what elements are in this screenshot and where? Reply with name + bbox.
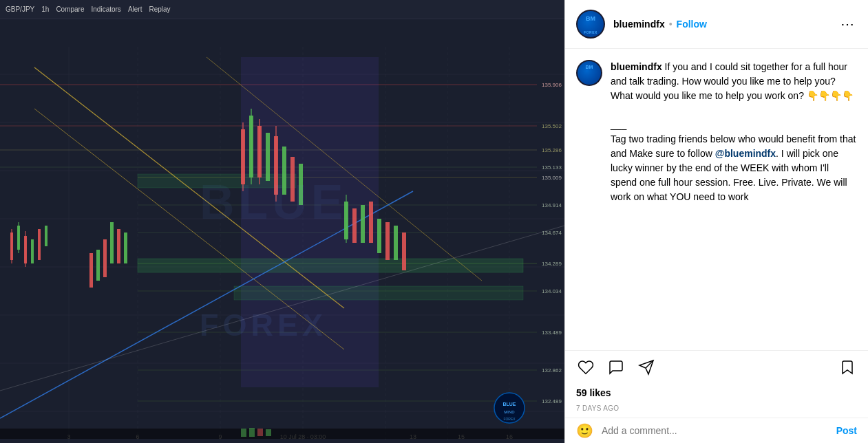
mention-link[interactable]: @bluemindfx [715, 148, 776, 159]
like-button[interactable] [576, 358, 595, 377]
svg-rect-56 [38, 229, 41, 260]
alert-btn[interactable]: Alert [128, 6, 142, 13]
svg-rect-62 [117, 229, 120, 263]
svg-text:BLUE: BLUE [502, 402, 516, 407]
replay-btn[interactable]: Replay [149, 6, 170, 13]
follow-button[interactable]: Follow [677, 19, 707, 30]
svg-text:134.289: 134.289 [542, 261, 562, 267]
header-info: bluemindfx • Follow [613, 19, 838, 30]
indicators-btn[interactable]: Indicators [92, 6, 121, 13]
chart-timeframe: 1h [41, 6, 49, 13]
svg-rect-61 [110, 222, 114, 263]
svg-rect-57 [45, 226, 47, 246]
likes-count: 59 likes [576, 387, 611, 398]
svg-rect-99 [241, 429, 246, 437]
svg-text:135.286: 135.286 [542, 147, 562, 153]
emoji-button[interactable]: 🙂 [576, 424, 593, 437]
svg-text:134.914: 134.914 [542, 202, 562, 208]
chart-pair: GBP/JPY [6, 6, 34, 13]
svg-rect-83 [394, 226, 398, 260]
comment-button[interactable] [606, 358, 626, 377]
likes-section: 59 likes [565, 384, 868, 402]
compare-btn[interactable]: Compare [56, 6, 84, 13]
svg-rect-60 [103, 239, 107, 277]
svg-rect-82 [385, 222, 390, 260]
svg-text:134.034: 134.034 [542, 288, 562, 294]
svg-text:FOREX: FOREX [503, 417, 516, 421]
timestamp: 7 days ago [565, 402, 868, 418]
header-dot: • [669, 19, 673, 30]
comment-avatar: BM [576, 60, 602, 86]
svg-rect-98 [0, 429, 564, 439]
svg-rect-81 [377, 219, 381, 253]
svg-rect-55 [31, 239, 34, 263]
svg-text:132.489: 132.489 [542, 398, 562, 404]
svg-rect-70 [266, 133, 270, 181]
svg-rect-42 [138, 259, 523, 272]
more-options-button[interactable]: ⋯ [838, 17, 857, 31]
svg-rect-84 [402, 233, 406, 270]
svg-rect-63 [124, 233, 127, 263]
svg-rect-79 [361, 205, 365, 243]
svg-rect-80 [369, 202, 373, 243]
svg-rect-100 [249, 428, 255, 437]
svg-text:133.489: 133.489 [542, 329, 562, 336]
divider-text: ___ [611, 119, 626, 130]
svg-text:134.674: 134.674 [542, 230, 562, 236]
add-comment-bar: 🙂 Post [565, 418, 868, 443]
post-comment-button[interactable]: Post [836, 425, 857, 436]
post-body: BM bluemindfx If you and I could sit tog… [565, 49, 868, 350]
chart-svg: 135.906 135.502 135.286 135.133 135.009 … [0, 19, 564, 443]
svg-text:FOREX: FOREX [200, 307, 327, 343]
header-username[interactable]: bluemindfx [613, 19, 665, 30]
svg-text:135.502: 135.502 [542, 123, 562, 129]
svg-rect-102 [266, 429, 271, 436]
svg-text:135.009: 135.009 [542, 175, 562, 181]
comment-text: bluemindfx If you and I could sit togeth… [611, 60, 857, 204]
avatar: BM [576, 10, 605, 39]
svg-text:132.862: 132.862 [542, 367, 562, 374]
svg-rect-58 [89, 253, 93, 288]
instagram-panel: BM bluemindfx • Follow ⋯ BM bluemindfx I… [564, 0, 868, 443]
share-button[interactable] [637, 358, 656, 377]
svg-text:135.906: 135.906 [542, 82, 562, 88]
svg-rect-101 [257, 429, 263, 436]
comment-input[interactable] [602, 425, 828, 436]
chart-toolbar: GBP/JPY 1h Compare Indicators Alert Repl… [0, 0, 564, 19]
chart-area: GBP/JPY 1h Compare Indicators Alert Repl… [0, 0, 564, 443]
action-bar [565, 350, 868, 384]
svg-text:135.133: 135.133 [542, 164, 562, 171]
post-header: BM bluemindfx • Follow ⋯ [565, 0, 868, 49]
comment-username[interactable]: bluemindfx [611, 61, 662, 72]
svg-text:MIND: MIND [504, 410, 515, 414]
svg-rect-59 [96, 250, 100, 281]
main-comment: BM bluemindfx If you and I could sit tog… [576, 60, 857, 204]
svg-text:BLUE: BLUE [200, 175, 348, 229]
save-button[interactable] [838, 358, 857, 377]
svg-rect-78 [352, 208, 357, 243]
